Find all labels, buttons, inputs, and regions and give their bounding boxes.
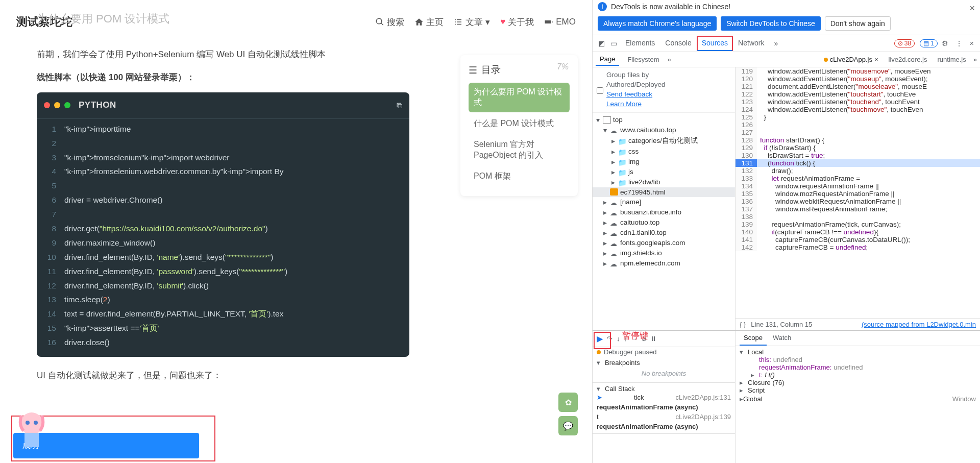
source-code-view[interactable]: 119 window.addEventListener("mousemove",… xyxy=(736,67,980,318)
errors-badge[interactable]: ⊘ 38 xyxy=(894,39,915,47)
devtools-tab-sources[interactable]: Sources xyxy=(697,36,733,51)
fab-settings[interactable]: ✿ xyxy=(558,393,578,412)
navigator-pane: Group files by Authored/Deployed Send fe… xyxy=(593,67,736,330)
stack-frame[interactable]: tickcLive2DApp.js:131 xyxy=(597,393,731,402)
open-file-tab[interactable]: live2d.core.js xyxy=(886,55,930,64)
close-devtools-icon[interactable]: × xyxy=(967,39,977,47)
toc-item[interactable]: POM 框架 xyxy=(469,167,570,186)
files-overflow-icon[interactable]: » xyxy=(973,56,977,63)
nav-home[interactable]: 主页 xyxy=(414,16,444,28)
switch-chinese-button[interactable]: Switch DevTools to Chinese xyxy=(721,16,821,31)
source-line[interactable]: 132 draw(); xyxy=(736,167,980,175)
infobar-close-icon[interactable]: × xyxy=(969,3,975,14)
scope-var[interactable]: requestAnimationFrame: undefined xyxy=(751,363,976,371)
open-file-tab[interactable]: cLive2DApp.js × xyxy=(821,55,881,64)
source-line[interactable]: 135 window.mozRequestAnimationFrame || xyxy=(736,190,980,198)
always-match-button[interactable]: Always match Chrome's language xyxy=(598,16,717,31)
source-line[interactable]: 128function startDraw() { xyxy=(736,136,980,144)
subtab-filesystem[interactable]: Filesystem xyxy=(623,54,663,65)
filetree-folder[interactable]: ▸live2dw/lib xyxy=(593,177,735,187)
filetree-cloud[interactable]: ▸busuanzi.ibruce.info xyxy=(593,207,735,217)
settings-icon[interactable]: ⚙ xyxy=(939,39,951,47)
devtools-tab-console[interactable]: Console xyxy=(660,36,696,51)
info-text: DevTools is now available in Chinese! xyxy=(611,3,730,11)
nav-about[interactable]: ♥关于我 xyxy=(500,16,534,28)
source-line[interactable]: 123 window.addEventListener("touchend", … xyxy=(736,98,980,106)
breakpoints-section[interactable]: ▾Breakpoints No breakpoints xyxy=(593,357,735,383)
scope-global[interactable]: ▸GlobalWindow xyxy=(740,394,976,404)
tab-watch[interactable]: Watch xyxy=(769,331,795,346)
filetree-folder[interactable]: ▸css xyxy=(593,147,735,157)
kebab-icon[interactable]: ⋮ xyxy=(952,39,966,47)
source-line[interactable]: 139 requestAnimationFrame(tick, currCanv… xyxy=(736,221,980,228)
source-line[interactable]: 140 if(captureFrameCB !== undefined){ xyxy=(736,228,980,236)
tabs-overflow-icon[interactable]: » xyxy=(770,39,781,47)
pretty-print-icon[interactable]: { } xyxy=(740,321,746,328)
filetree-folder[interactable]: ▸img xyxy=(593,157,735,167)
inspect-icon[interactable]: ◩ xyxy=(596,39,607,47)
scope-local-header[interactable]: ▾Local xyxy=(740,348,976,356)
devtools-tab-elements[interactable]: Elements xyxy=(620,36,660,51)
issues-badge[interactable]: ▤ 1 xyxy=(920,39,938,47)
filetree-folder[interactable]: ▸js xyxy=(593,167,735,177)
stack-frame[interactable]: requestAnimationFrame (async) xyxy=(597,422,731,431)
send-feedback-link[interactable]: Send feedback xyxy=(606,90,652,98)
filetree-cloud[interactable]: ▸cdn1.tianli0.top xyxy=(593,228,735,238)
source-line[interactable]: 120 window.addEventListener("mouseup", m… xyxy=(736,75,980,83)
toc-item[interactable]: 为什么要用 POM 设计模式 xyxy=(469,83,570,112)
source-line[interactable]: 124 window.addEventListener("touchmove",… xyxy=(736,106,980,113)
filetree-cloud[interactable]: ▸fonts.googleapis.com xyxy=(593,238,735,248)
filetree-cloud[interactable]: ▸caituotuo.top xyxy=(593,217,735,228)
subtab-overflow-icon[interactable]: » xyxy=(668,56,671,63)
step-into-icon[interactable]: ↓ xyxy=(617,335,620,343)
dont-show-button[interactable]: Don't show again xyxy=(825,16,891,31)
devtools-tab-network[interactable]: Network xyxy=(733,36,769,51)
source-line[interactable]: 127 xyxy=(736,129,980,136)
callstack-section[interactable]: ▾Call Stack tickcLive2DApp.js:131request… xyxy=(593,383,735,434)
copy-icon[interactable]: ⧉ xyxy=(397,99,402,113)
source-line[interactable]: 141 captureFrameCB(currCanvas.toDataURL(… xyxy=(736,236,980,243)
filetree-frame[interactable]: ▾top xyxy=(593,115,735,125)
device-icon[interactable]: ▭ xyxy=(608,39,619,47)
filetree-folder[interactable]: ▸categories/自动化测试 xyxy=(593,135,735,147)
source-line[interactable]: 122 window.addEventListener("touchstart"… xyxy=(736,90,980,98)
live2d-avatar-icon[interactable] xyxy=(11,408,52,449)
tab-scope[interactable]: Scope xyxy=(740,331,767,346)
filetree-cloud[interactable]: ▾www.caituotuo.top xyxy=(593,125,735,135)
source-line[interactable]: 119 window.addEventListener("mousemove",… xyxy=(736,67,980,75)
source-line[interactable]: 134 window.requestAnimationFrame || xyxy=(736,182,980,190)
filetree-cloud[interactable]: ▸npm.elemecdn.com xyxy=(593,258,735,269)
stack-frame[interactable]: requestAnimationFrame (async) xyxy=(597,402,731,412)
nav-emo[interactable]: EMO xyxy=(544,17,576,27)
source-line[interactable]: 136 window.webkitRequestAnimationFrame |… xyxy=(736,198,980,205)
scope-var[interactable]: ▸t: f t() xyxy=(751,371,976,379)
fab-chat[interactable]: 💬 xyxy=(558,416,578,435)
scope-var[interactable]: this: undefined xyxy=(751,356,976,363)
scope-script[interactable]: ▸Script xyxy=(740,386,976,394)
pause-on-exceptions-icon[interactable]: ⏸ xyxy=(650,335,657,343)
nav-posts[interactable]: 文章 ▾ xyxy=(454,16,490,28)
source-line[interactable]: 125 } xyxy=(736,113,980,121)
nav-search[interactable]: 搜索 xyxy=(375,16,404,28)
source-line[interactable]: 129 if (!isDrawStart) { xyxy=(736,144,980,152)
toc-item[interactable]: 什么是 POM 设计模式 xyxy=(469,114,570,133)
learn-more-link[interactable]: Learn More xyxy=(606,100,642,108)
source-line[interactable]: 121 document.addEventListener("mouseleav… xyxy=(736,83,980,90)
group-files-checkbox[interactable] xyxy=(597,72,603,109)
source-line[interactable]: 137 window.msRequestAnimationFrame; xyxy=(736,205,980,213)
filetree-cloud[interactable]: ▸[name] xyxy=(593,197,735,207)
filetree-cloud[interactable]: ▸img.shields.io xyxy=(593,248,735,258)
source-map-link[interactable]: (source mapped from L2Dwidget.0.min xyxy=(862,321,976,328)
scope-closure[interactable]: ▸Closure (76) xyxy=(740,379,976,386)
open-file-tab[interactable]: runtime.js xyxy=(934,55,969,64)
source-line[interactable]: 138 xyxy=(736,213,980,221)
source-line[interactable]: 130 isDrawStart = true; xyxy=(736,152,980,159)
filetree-file[interactable]: ec719945.html xyxy=(593,187,735,197)
source-line[interactable]: 142 captureFrameCB = undefined; xyxy=(736,243,980,251)
stack-frame[interactable]: tcLive2DApp.js:139 xyxy=(597,412,731,422)
toc-item[interactable]: Selenium 官方对 PageObject 的引入 xyxy=(469,135,570,165)
source-line[interactable]: 126 xyxy=(736,121,980,129)
source-line[interactable]: 133 let requestAnimationFrame = xyxy=(736,175,980,182)
source-line[interactable]: 131 (function tick() { xyxy=(736,159,980,167)
subtab-page[interactable]: Page xyxy=(596,53,619,66)
